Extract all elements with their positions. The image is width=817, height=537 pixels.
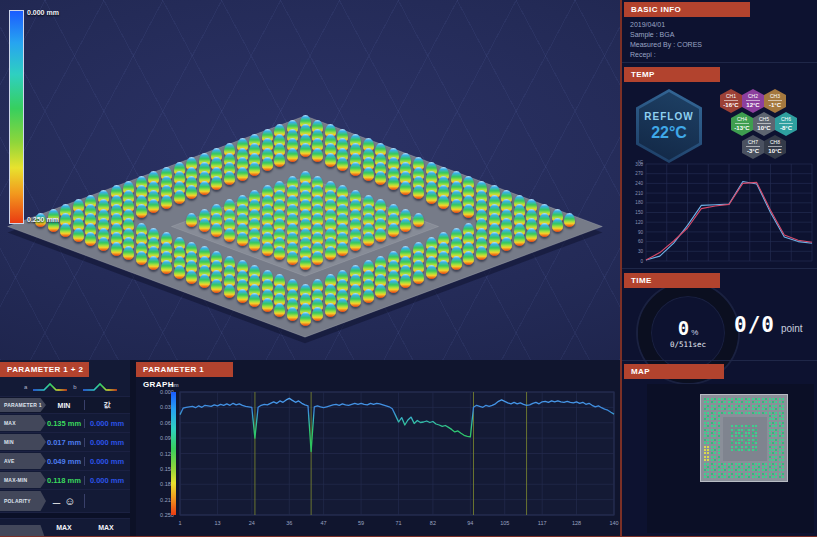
basic-info-recipe: Recepi : [630, 50, 702, 60]
bottom-bar: PARAMETER 1 + 2 a b PARAMETER 1 [0, 360, 620, 537]
channel-hex-ch1: CH1-16°C [720, 89, 742, 113]
map-viewport[interactable] [647, 384, 814, 533]
svg-text:71: 71 [395, 520, 401, 526]
parameter2-row: PARAMETER 2 MAX 0.135 mm MAX 0.000 mm [0, 518, 130, 537]
temp-profile-chart: 0306090120150180210240270300°C [624, 159, 816, 269]
svg-text:°C: °C [638, 160, 644, 165]
row-max: MAX 0.135 mm 0.000 mm [0, 413, 130, 432]
elapsed-time: 0/511sec [670, 340, 706, 349]
svg-text:47: 47 [321, 520, 327, 526]
svg-text:30: 30 [638, 249, 644, 254]
svg-text:240: 240 [635, 181, 643, 186]
parameter1-graph-panel: 0.0000.0310.0630.0940.1250.1560.1880.219… [136, 360, 620, 537]
colorscale-min-label: 0.250 mm [27, 216, 59, 223]
svg-text:90: 90 [638, 230, 644, 235]
temp-header: TEMP [624, 67, 720, 82]
basic-info-panel: BASIC INFO 2019/04/01 Sample : BGA Measu… [622, 0, 817, 62]
svg-text:1: 1 [178, 520, 181, 526]
row-max-min: MAX-MIN 0.118 mm 0.000 mm [0, 470, 130, 489]
solder-balls [0, 0, 620, 360]
legend-b-sparkline [82, 382, 118, 393]
parameter-legend: a b [24, 380, 118, 394]
parameter1-graph-header: PARAMETER 1 GRAPH [136, 362, 233, 377]
points-label: point [781, 323, 803, 334]
svg-text:24: 24 [249, 520, 255, 526]
svg-text:60: 60 [638, 239, 644, 244]
svg-text:94: 94 [467, 520, 473, 526]
3d-bga-view[interactable]: 0.000 mm 0.250 mm [0, 0, 620, 360]
parameter-panel-header: PARAMETER 1 + 2 [0, 362, 89, 377]
points-value: 0/0 [734, 313, 775, 337]
progress-percent: 0 [678, 317, 689, 339]
basic-info-sample: Sample : BGA [630, 30, 702, 40]
parameter1-graph: 0.0000.0310.0630.0940.1250.1560.1880.219… [136, 360, 620, 537]
svg-text:180: 180 [635, 200, 643, 205]
basic-info-header: BASIC INFO [624, 2, 750, 17]
bga-inspection-app: 0.000 mm 0.250 mm BASIC INFO 2019/04/01 … [0, 0, 817, 537]
bga-map-image [700, 394, 788, 482]
sidebar: BASIC INFO 2019/04/01 Sample : BGA Measu… [620, 0, 817, 537]
svg-text:270: 270 [635, 171, 643, 176]
polarity-dash: — [53, 498, 61, 507]
svg-text:13: 13 [214, 520, 220, 526]
legend-a-sparkline [32, 382, 68, 393]
svg-text:82: 82 [430, 520, 436, 526]
channel-hex-ch7: CH7-3°C [742, 135, 764, 159]
parameter-table-header-row: PARAMETER 1 MIN 값 [0, 396, 130, 413]
row-ave: AVE 0.049 mm 0.000 mm [0, 451, 130, 470]
progress-percent-unit: % [691, 328, 698, 337]
channel-hex-ch3: CH3-1°C [764, 89, 786, 113]
param2-col1-header: MAX [44, 524, 84, 531]
param2-col2-header: MAX [86, 524, 126, 531]
svg-text:120: 120 [635, 220, 643, 225]
parameter1-tag: PARAMETER 1 [0, 398, 46, 412]
map-panel: MAP [622, 360, 817, 537]
map-header: MAP [624, 364, 724, 379]
channel-hex-ch6: CH6-8°C [775, 112, 797, 136]
temp-panel: TEMP REFLOW 22°C CH1-16°CCH212°CCH3-1°CC… [622, 62, 817, 268]
colorscale-max-label: 0.000 mm [27, 9, 59, 16]
points-counter: 0/0 point [734, 313, 803, 337]
svg-text:210: 210 [635, 191, 643, 196]
svg-text:117: 117 [538, 520, 547, 526]
time-panel: TIME 0 % 0/511sec 0/0 point [622, 268, 817, 360]
legend-b-label: b [73, 384, 76, 390]
time-header: TIME [624, 273, 720, 288]
svg-text:36: 36 [286, 520, 292, 526]
row-min: MIN 0.017 mm 0.000 mm [0, 432, 130, 451]
svg-text:59: 59 [358, 520, 364, 526]
row-polarity: POLARITY —☺ [0, 489, 130, 512]
parameter-panel: PARAMETER 1 + 2 a b PARAMETER 1 [0, 360, 130, 537]
svg-text:0: 0 [640, 259, 643, 264]
svg-text:140: 140 [609, 520, 618, 526]
channel-hex-ch2: CH212°C [742, 89, 764, 113]
basic-info-measured-by: Measured By : CORES [630, 40, 702, 50]
channel-hex-ch4: CH4-13°C [731, 112, 753, 136]
svg-text:128: 128 [572, 520, 581, 526]
column-header-min: MIN [46, 402, 82, 409]
column-header-value: 값 [84, 400, 129, 410]
legend-a-label: a [24, 384, 27, 390]
svg-text:150: 150 [635, 210, 643, 215]
svg-text:105: 105 [500, 520, 509, 526]
parameter-table: PARAMETER 1 MIN 값 MAX 0.135 mm 0.000 mm … [0, 396, 130, 537]
smiley-icon: ☺ [64, 495, 75, 507]
channel-hex-ch5: CH510°C [753, 112, 775, 136]
basic-info-date: 2019/04/01 [630, 20, 702, 30]
basic-info-lines: 2019/04/01 Sample : BGA Measured By : CO… [630, 20, 702, 60]
channel-hex-ch8: CH810°C [764, 135, 786, 159]
height-colorscale [9, 10, 24, 224]
